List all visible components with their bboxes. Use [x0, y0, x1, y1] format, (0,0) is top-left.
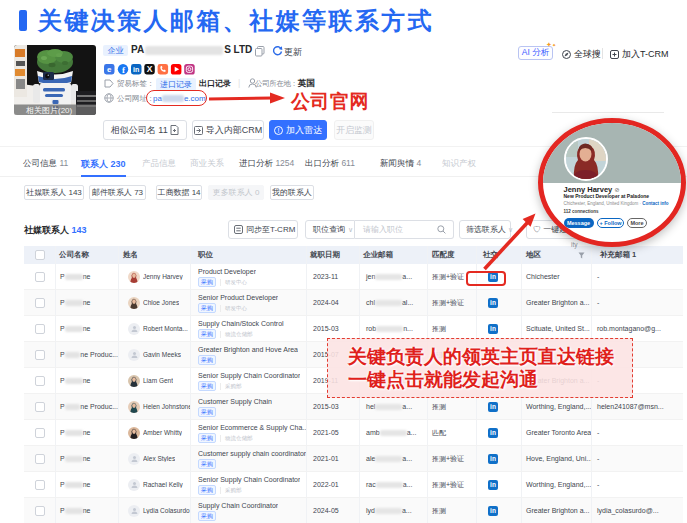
svg-text:相关图片(20): 相关图片(20) — [26, 106, 73, 115]
svg-text:X: X — [147, 64, 153, 74]
svg-text:in: in — [133, 66, 139, 73]
svg-text:e: e — [107, 65, 112, 74]
